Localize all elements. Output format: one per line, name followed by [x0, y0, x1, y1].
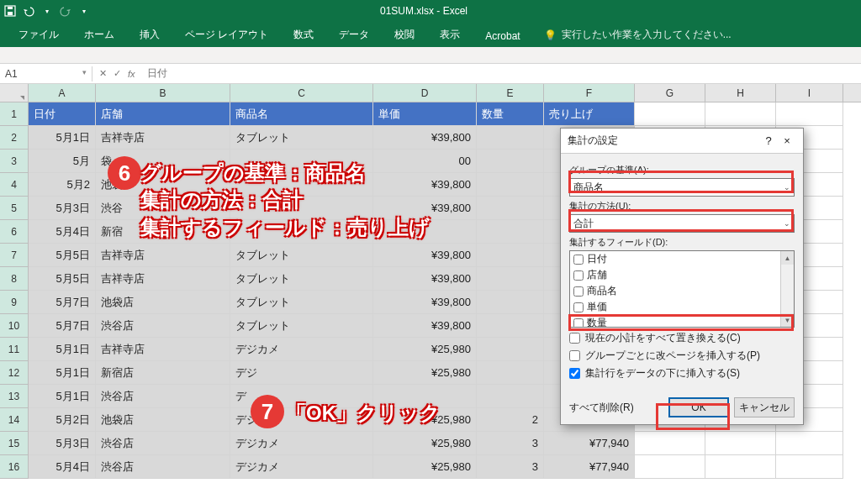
undo-dropdown-icon[interactable]: ▾	[40, 4, 54, 18]
cell[interactable]	[477, 150, 544, 173]
cell[interactable]: 5月1日	[29, 361, 96, 385]
cell[interactable]: デ	[230, 385, 373, 408]
cell[interactable]: 5月2日	[29, 408, 96, 432]
row-header[interactable]: 10	[0, 314, 29, 338]
row-header[interactable]: 4	[0, 173, 29, 197]
cell[interactable]	[477, 244, 544, 267]
tab-formulas[interactable]: 数式	[283, 23, 324, 47]
field-checkbox[interactable]	[573, 270, 584, 281]
cell[interactable]: ¥25,980	[373, 408, 477, 432]
field-checkbox[interactable]	[573, 318, 584, 328]
cell[interactable]: 数量	[477, 102, 544, 126]
tab-file[interactable]: ファイル	[8, 23, 69, 47]
cell[interactable]: 5月	[29, 150, 96, 173]
tab-acrobat[interactable]: Acrobat	[475, 25, 530, 47]
row-header[interactable]: 6	[0, 220, 29, 244]
col-header-C[interactable]: C	[230, 84, 373, 102]
cell[interactable]: 袋	[96, 150, 230, 173]
field-checkbox[interactable]	[573, 286, 584, 297]
cell[interactable]	[230, 197, 373, 220]
cell[interactable]	[776, 102, 843, 126]
cell[interactable]: タブレット	[230, 244, 373, 267]
row-header[interactable]: 2	[0, 126, 29, 150]
cell[interactable]: 5月1日	[29, 338, 96, 361]
cell[interactable]	[635, 432, 705, 455]
row-header[interactable]: 7	[0, 244, 29, 267]
row-header[interactable]: 15	[0, 432, 29, 455]
cell[interactable]: ¥39,800	[373, 267, 477, 291]
col-header-I[interactable]: I	[776, 84, 843, 102]
scroll-down-icon[interactable]: ▼	[781, 313, 794, 327]
row-header[interactable]: 3	[0, 150, 29, 173]
row-header[interactable]: 11	[0, 338, 29, 361]
fields-listbox[interactable]: 日付店舗商品名単価数量売り上げ ▲ ▼	[569, 250, 795, 328]
col-header-E[interactable]: E	[477, 84, 544, 102]
cell[interactable]: ¥39,800	[373, 314, 477, 338]
cell[interactable]: 日付	[29, 102, 96, 126]
cell[interactable]: 新宿店	[96, 361, 230, 385]
cell[interactable]	[477, 361, 544, 385]
tab-insert[interactable]: 挿入	[129, 23, 170, 47]
cell[interactable]: ¥77,940	[544, 455, 635, 479]
cell[interactable]	[477, 291, 544, 314]
cell[interactable]	[477, 338, 544, 361]
field-list-item[interactable]: 数量	[570, 315, 794, 328]
qat-customize-icon[interactable]: ▾	[77, 4, 91, 18]
cell[interactable]: ¥39,800	[373, 126, 477, 150]
cell[interactable]: 吉祥寺店	[96, 267, 230, 291]
row-header[interactable]: 1	[0, 102, 29, 126]
cell[interactable]	[230, 150, 373, 173]
page-break-checkbox[interactable]: グループごとに改ページを挿入する(P)	[569, 349, 795, 363]
row-header[interactable]: 9	[0, 291, 29, 314]
cell[interactable]: 売り上げ	[544, 102, 635, 126]
cell[interactable]: ¥39,800	[373, 173, 477, 197]
cancel-button[interactable]: キャンセル	[734, 397, 795, 417]
cell[interactable]: 渋谷店	[96, 455, 230, 479]
cell[interactable]: ¥25,980	[373, 338, 477, 361]
name-box[interactable]: A1▾	[0, 66, 92, 81]
cell[interactable]: デジカメ	[230, 432, 373, 455]
cell[interactable]: 店舗	[96, 102, 230, 126]
cell[interactable]	[705, 455, 776, 479]
cell[interactable]: 渋谷店	[96, 385, 230, 408]
col-header-B[interactable]: B	[96, 84, 230, 102]
cell[interactable]: 5月4日	[29, 455, 96, 479]
cell[interactable]: 吉祥寺店	[96, 338, 230, 361]
cell[interactable]: デジカメ	[230, 408, 373, 432]
cell[interactable]: 5月1日	[29, 126, 96, 150]
cell[interactable]: 池袋	[96, 173, 230, 197]
use-function-select[interactable]: 合計⌄	[569, 214, 795, 233]
cell[interactable]: 池袋店	[96, 291, 230, 314]
cell[interactable]	[635, 455, 705, 479]
row-header[interactable]: 8	[0, 267, 29, 291]
col-header-G[interactable]: G	[635, 84, 705, 102]
cell[interactable]: 00	[373, 150, 477, 173]
tab-page-layout[interactable]: ページ レイアウト	[175, 23, 278, 47]
cell[interactable]: ¥25,980	[373, 455, 477, 479]
cell[interactable]: タブレット	[230, 267, 373, 291]
scroll-up-icon[interactable]: ▲	[781, 251, 794, 265]
cell[interactable]: ¥25,980	[373, 361, 477, 385]
cell[interactable]	[477, 197, 544, 220]
chevron-down-icon[interactable]: ▾	[82, 68, 87, 76]
cell[interactable]: 渋谷店	[96, 432, 230, 455]
cell[interactable]	[477, 314, 544, 338]
cell[interactable]: 単価	[373, 102, 477, 126]
tell-me[interactable]: 💡 実行したい作業を入力してください...	[544, 28, 732, 47]
cell[interactable]: 吉祥寺店	[96, 126, 230, 150]
cell[interactable]: ¥77,940	[544, 432, 635, 455]
row-header[interactable]: 14	[0, 408, 29, 432]
cell[interactable]	[705, 102, 776, 126]
col-header-F[interactable]: F	[544, 84, 635, 102]
cell[interactable]: 5月7日	[29, 314, 96, 338]
dialog-titlebar[interactable]: 集計の設定 ? ×	[561, 129, 803, 154]
cell[interactable]: 5月5日	[29, 267, 96, 291]
tab-view[interactable]: 表示	[430, 23, 470, 47]
cell[interactable]: 5月7日	[29, 291, 96, 314]
cell[interactable]: 新宿	[96, 220, 230, 244]
group-by-select[interactable]: 商品名⌄	[569, 178, 795, 197]
cell[interactable]: タブレット	[230, 291, 373, 314]
cell[interactable]: デジカメ	[230, 338, 373, 361]
cell[interactable]: 5月3日	[29, 432, 96, 455]
close-icon[interactable]: ×	[778, 134, 796, 147]
